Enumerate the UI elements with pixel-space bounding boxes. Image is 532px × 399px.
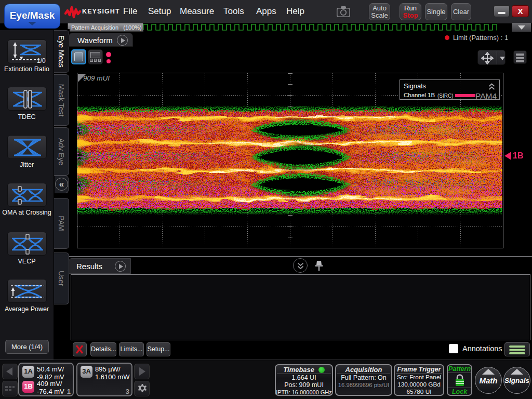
svg-text:1/0: 1/0 xyxy=(37,57,46,64)
